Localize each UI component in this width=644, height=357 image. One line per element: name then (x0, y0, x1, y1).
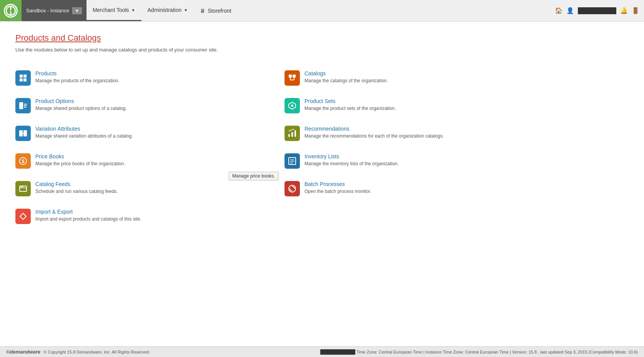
instance-dropdown[interactable]: ▼ (72, 7, 82, 14)
import-export-desc: Import and export products and catalogs … (35, 216, 277, 223)
inventory-lists-icon (285, 153, 300, 169)
product-options-desc: Manage shared product options of a catal… (35, 105, 277, 112)
catalogs-desc: Manage the catalogs of the organization. (305, 78, 546, 84)
catalog-feeds-info: Catalog Feeds Schedule and run various c… (35, 181, 277, 195)
merchant-tools-arrow-icon: ▼ (131, 8, 135, 12)
svg-point-26 (291, 105, 293, 107)
administration-arrow-icon: ▼ (184, 8, 188, 12)
administration-label: Administration (148, 7, 182, 13)
home-icon[interactable]: 🏠 (555, 7, 562, 14)
right-column: Catalogs Manage the catalogs of the orga… (285, 64, 554, 230)
catalog-feeds-link[interactable]: Catalog Feeds (35, 181, 70, 187)
module-import-export: Import & Export Import and export produc… (15, 203, 285, 230)
svg-rect-7 (19, 102, 23, 109)
variation-attributes-link[interactable]: Variation Attributes (35, 126, 80, 132)
svg-rect-6 (23, 78, 27, 81)
merchant-tools-label: Merchant Tools (93, 7, 129, 13)
variation-attributes-desc: Manage shared variation attributes of a … (35, 133, 277, 139)
svg-rect-4 (23, 75, 27, 78)
batch-processes-desc: Open the batch process monitor. (305, 188, 546, 195)
svg-rect-30 (289, 158, 296, 164)
bell-icon[interactable]: 🔔 (620, 7, 628, 14)
module-catalogs: Catalogs Manage the catalogs of the orga… (285, 64, 554, 92)
product-options-link[interactable]: Product Options (35, 98, 74, 104)
module-grid: Products Manage the products of the orga… (15, 64, 554, 230)
products-desc: Manage the products of the organization. (35, 78, 277, 84)
import-export-info: Import & Export Import and export produc… (35, 209, 277, 223)
instance-label: Sandbox - Instance (26, 8, 69, 13)
svg-rect-20 (289, 75, 292, 78)
import-export-icon (15, 209, 31, 224)
nav-storefront[interactable]: 🖥 Storefront (194, 8, 237, 14)
svg-rect-12 (23, 130, 27, 136)
products-icon (15, 70, 31, 86)
product-sets-link[interactable]: Product Sets (305, 98, 335, 104)
svg-rect-11 (19, 130, 23, 136)
svg-rect-21 (293, 75, 296, 78)
module-product-sets: Product Sets Manage the product sets of … (285, 92, 554, 120)
username-display (578, 7, 616, 14)
catalogs-info: Catalogs Manage the catalogs of the orga… (305, 70, 546, 84)
products-link[interactable]: Products (35, 70, 57, 76)
catalog-feeds-icon (15, 181, 31, 196)
price-books-link[interactable]: Price Books (35, 153, 64, 159)
svg-rect-29 (295, 130, 296, 137)
module-products: Products Manage the products of the orga… (15, 64, 285, 92)
product-sets-desc: Manage the product sets of the organizat… (305, 105, 546, 112)
module-batch-processes: Batch Processes Open the batch process m… (285, 175, 554, 203)
nav-administration[interactable]: Administration ▼ (141, 0, 194, 21)
product-sets-info: Product Sets Manage the product sets of … (305, 98, 546, 112)
page-title: Products and Catalogs (15, 33, 629, 43)
batch-processes-link[interactable]: Batch Processes (305, 181, 345, 187)
product-options-icon (15, 98, 31, 113)
product-sets-icon (285, 98, 300, 113)
left-column: Products Manage the products of the orga… (15, 64, 285, 230)
recommendations-info: Recommendations Manage the recommendatio… (305, 126, 546, 139)
nav-right-icons: 🏠 👤 🔔 🚪 (550, 0, 644, 21)
inventory-lists-link[interactable]: Inventory Lists (305, 153, 339, 159)
nav-menu: Merchant Tools ▼ Administration ▼ 🖥 Stor… (87, 0, 550, 21)
dropdown-arrow-icon: ▼ (75, 8, 79, 13)
price-books-info: Price Books Manage the price books of th… (35, 153, 277, 167)
module-price-books: $ Price Books Manage the price books of … (15, 147, 285, 175)
module-product-options: Product Options Manage shared product op… (15, 92, 285, 120)
catalogs-link[interactable]: Catalogs (305, 70, 326, 76)
price-books-desc: Manage the price books of the organizati… (35, 161, 277, 167)
svg-rect-28 (291, 132, 293, 137)
module-inventory-lists: Inventory Lists Manage the inventory lis… (285, 147, 554, 175)
main-content: Products and Catalogs Use the modules be… (0, 22, 644, 242)
recommendations-link[interactable]: Recommendations (305, 126, 349, 132)
price-books-icon: $ (15, 153, 31, 169)
svg-point-18 (21, 186, 22, 188)
logo-area[interactable] (0, 0, 22, 21)
products-info: Products Manage the products of the orga… (35, 70, 277, 84)
logout-icon[interactable]: 🚪 (632, 7, 639, 14)
top-navigation: Sandbox - Instance ▼ Merchant Tools ▼ Ad… (0, 0, 644, 22)
svg-point-19 (22, 186, 23, 188)
monitor-icon: 🖥 (200, 8, 205, 14)
inventory-lists-desc: Manage the inventory lists of the organi… (305, 161, 546, 167)
svg-rect-3 (20, 75, 23, 78)
svg-rect-5 (20, 78, 23, 81)
module-recommendations: Recommendations Manage the recommendatio… (285, 120, 554, 147)
svg-rect-27 (288, 134, 290, 137)
variation-attributes-info: Variation Attributes Manage shared varia… (35, 126, 277, 139)
module-variation-attributes: Variation Attributes Manage shared varia… (15, 120, 285, 147)
product-options-info: Product Options Manage shared product op… (35, 98, 277, 112)
instance-selector[interactable]: Sandbox - Instance ▼ (22, 0, 87, 21)
batch-processes-info: Batch Processes Open the batch process m… (305, 181, 546, 195)
catalog-feeds-desc: Schedule and run various catalog feeds. (35, 188, 277, 195)
catalogs-icon (285, 70, 300, 86)
recommendations-desc: Manage the recommendations for each of t… (305, 133, 546, 139)
module-catalog-feeds: Catalog Feeds Schedule and run various c… (15, 175, 285, 203)
storefront-label: Storefront (208, 8, 231, 14)
svg-text:$: $ (22, 159, 25, 164)
demandware-logo (4, 4, 18, 18)
variation-attributes-icon (15, 126, 31, 141)
import-export-link[interactable]: Import & Export (35, 209, 73, 215)
recommendations-icon (285, 126, 300, 141)
user-icon[interactable]: 👤 (566, 7, 574, 14)
page-subtitle: Use the modules below to set up and mana… (15, 47, 629, 53)
inventory-lists-info: Inventory Lists Manage the inventory lis… (305, 153, 546, 167)
nav-merchant-tools[interactable]: Merchant Tools ▼ (87, 0, 141, 21)
